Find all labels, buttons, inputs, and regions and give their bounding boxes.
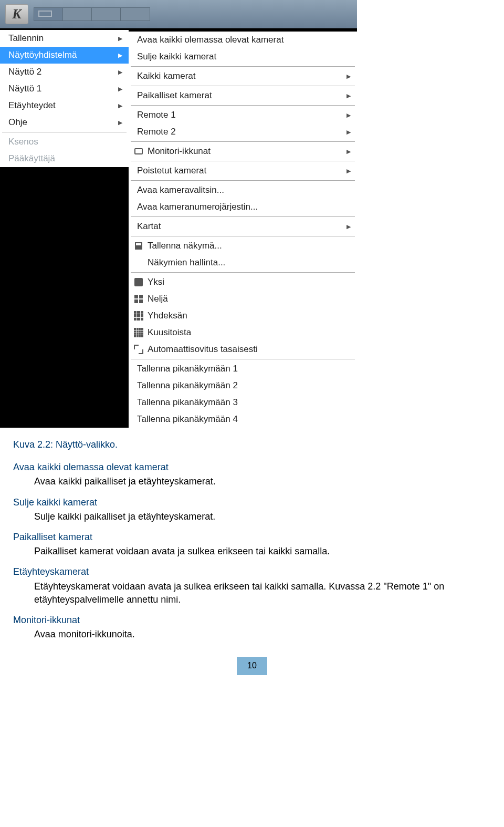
term-heading: Sulje kaikki kamerat bbox=[13, 496, 491, 509]
menu-item-naytto1[interactable]: Näyttö 1▶ bbox=[0, 80, 129, 97]
submenu-layout-one[interactable]: Yksi bbox=[129, 274, 357, 291]
submenu-open-numbering[interactable]: Avaa kameranumerojärjestin... bbox=[129, 199, 357, 215]
main-menu: Tallennin▶ Näyttöyhdistelmä▶ Näyttö 2▶ N… bbox=[0, 30, 129, 167]
chevron-right-icon: ▶ bbox=[346, 73, 351, 80]
term-description: Avaa monitori-ikkunoita. bbox=[34, 628, 491, 641]
submenu-local-cameras[interactable]: Paikalliset kamerat▶ bbox=[129, 87, 357, 104]
term-description: Paikalliset kamerat voidaan avata ja sul… bbox=[34, 545, 491, 558]
toolbar-box[interactable] bbox=[63, 8, 92, 20]
submenu-maps[interactable]: Kartat▶ bbox=[129, 218, 357, 235]
menu-separator bbox=[131, 141, 355, 142]
submenu-manage-views[interactable]: Näkymien hallinta... bbox=[129, 254, 357, 271]
term-heading: Paikalliset kamerat bbox=[13, 531, 491, 544]
submenu-layout-sixteen[interactable]: Kuusitoista bbox=[129, 324, 357, 341]
menu-separator bbox=[131, 66, 355, 67]
page-number: 10 bbox=[237, 657, 267, 675]
k-menu-button[interactable]: K bbox=[5, 4, 28, 24]
menu-area: Tallennin▶ Näyttöyhdistelmä▶ Näyttö 2▶ N… bbox=[0, 30, 357, 428]
chevron-right-icon: ▶ bbox=[118, 52, 122, 59]
chevron-right-icon: ▶ bbox=[118, 35, 122, 42]
term-heading: Monitori-ikkunat bbox=[13, 614, 491, 627]
toolbar-box[interactable] bbox=[92, 8, 121, 20]
titlebar: K bbox=[0, 0, 357, 28]
menu-separator bbox=[131, 359, 355, 359]
app-window: K Tallennin▶ Näyttöyhdistelmä▶ Näyttö 2▶… bbox=[0, 0, 357, 428]
submenu-close-all[interactable]: Sulje kaikki kamerat bbox=[129, 48, 357, 65]
submenu-remote2[interactable]: Remote 2▶ bbox=[129, 123, 357, 140]
submenu-open-all[interactable]: Avaa kaikki olemassa olevat kamerat bbox=[129, 32, 357, 48]
save-icon bbox=[133, 241, 144, 251]
menu-item-naytto2[interactable]: Näyttö 2▶ bbox=[0, 64, 129, 80]
submenu-all-cameras[interactable]: Kaikki kamerat▶ bbox=[129, 68, 357, 85]
menu-item-paakayttaja: Pääkäyttäjä bbox=[0, 150, 129, 167]
menu-separator bbox=[131, 161, 355, 161]
submenu-removed-cameras[interactable]: Poistetut kamerat▶ bbox=[129, 162, 357, 179]
layout-nine-icon bbox=[133, 311, 144, 321]
menu-separator bbox=[131, 180, 355, 181]
page-number-container: 10 bbox=[13, 657, 491, 675]
submenu-monitor-windows[interactable]: Monitori-ikkunat▶ bbox=[129, 143, 357, 160]
submenu-save-view[interactable]: Tallenna näkymä... bbox=[129, 237, 357, 254]
chevron-right-icon: ▶ bbox=[346, 92, 351, 99]
menu-item-etayhteydet[interactable]: Etäyhteydet▶ bbox=[0, 97, 129, 114]
chevron-right-icon: ▶ bbox=[118, 69, 122, 76]
toolbar-box[interactable] bbox=[34, 8, 63, 20]
chevron-right-icon: ▶ bbox=[346, 168, 351, 174]
submenu: Avaa kaikki olemassa olevat kamerat Sulj… bbox=[129, 32, 357, 428]
menu-separator bbox=[131, 216, 355, 217]
document-body: Kuva 2.2: Näyttö-valikko. Avaa kaikki ol… bbox=[0, 428, 504, 686]
submenu-open-selector[interactable]: Avaa kameravalitsin... bbox=[129, 182, 357, 199]
layout-auto-icon bbox=[133, 345, 144, 354]
figure-caption: Kuva 2.2: Näyttö-valikko. bbox=[13, 438, 491, 451]
menu-item-tallennin[interactable]: Tallennin▶ bbox=[0, 30, 129, 47]
term-description: Sulje kaikki paikalliset ja etäyhteyskam… bbox=[34, 510, 491, 523]
menu-separator bbox=[131, 272, 355, 273]
toolbar-boxes bbox=[34, 7, 150, 21]
menu-separator bbox=[131, 105, 355, 106]
menu-separator bbox=[2, 132, 127, 132]
menu-separator bbox=[131, 236, 355, 236]
submenu-layout-four[interactable]: Neljä bbox=[129, 291, 357, 307]
term-description: Avaa kaikki paikalliset ja etäyhteyskame… bbox=[34, 475, 491, 488]
monitor-icon bbox=[133, 147, 144, 156]
submenu-save-quick-1[interactable]: Tallenna pikanäkymään 1 bbox=[129, 360, 357, 377]
menu-separator bbox=[131, 86, 355, 86]
chevron-right-icon: ▶ bbox=[346, 129, 351, 136]
menu-item-ksenos: Ksenos bbox=[0, 133, 129, 150]
chevron-right-icon: ▶ bbox=[118, 119, 122, 126]
layout-sixteen-icon bbox=[133, 328, 144, 337]
submenu-save-quick-3[interactable]: Tallenna pikanäkymään 3 bbox=[129, 394, 357, 411]
submenu-remote1[interactable]: Remote 1▶ bbox=[129, 107, 357, 123]
chevron-right-icon: ▶ bbox=[118, 86, 122, 92]
chevron-right-icon: ▶ bbox=[118, 102, 122, 109]
submenu-layout-auto[interactable]: Automaattisovitus tasaisesti bbox=[129, 341, 357, 358]
layout-four-icon bbox=[133, 294, 144, 304]
toolbar-box[interactable] bbox=[121, 8, 150, 20]
submenu-layout-nine[interactable]: Yhdeksän bbox=[129, 307, 357, 324]
menu-item-nayttoyhdistelma[interactable]: Näyttöyhdistelmä▶ bbox=[0, 47, 129, 64]
chevron-right-icon: ▶ bbox=[346, 223, 351, 230]
chevron-right-icon: ▶ bbox=[346, 148, 351, 155]
black-area bbox=[0, 167, 129, 428]
layout-one-icon bbox=[133, 277, 144, 287]
chevron-right-icon: ▶ bbox=[346, 112, 351, 119]
term-heading: Etäyhteyskamerat bbox=[13, 565, 491, 578]
menu-item-ohje[interactable]: Ohje▶ bbox=[0, 114, 129, 131]
term-heading: Avaa kaikki olemassa olevat kamerat bbox=[13, 461, 491, 474]
term-description: Etäyhteyskamerat voidaan avata ja sulkea… bbox=[34, 580, 491, 606]
submenu-save-quick-2[interactable]: Tallenna pikanäkymään 2 bbox=[129, 377, 357, 394]
submenu-save-quick-4[interactable]: Tallenna pikanäkymään 4 bbox=[129, 411, 357, 428]
